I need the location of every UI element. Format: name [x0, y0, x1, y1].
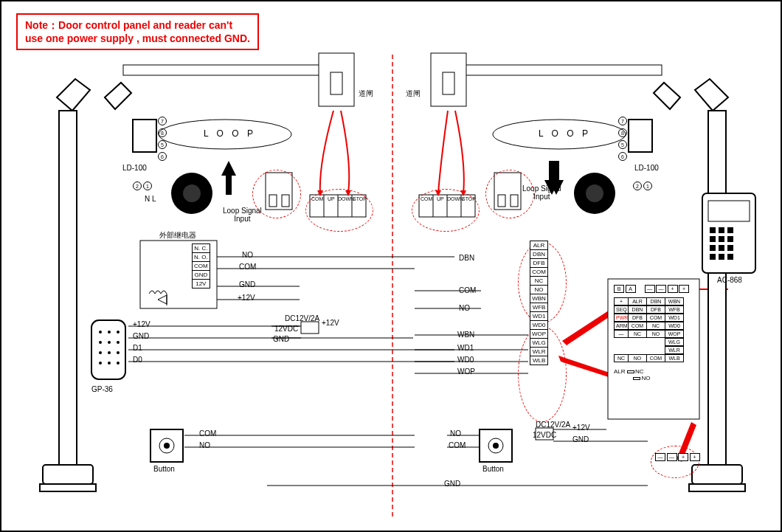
p2b2: DFB — [646, 305, 665, 314]
svg-rect-46 — [91, 320, 125, 379]
psu-gnd-r: GND — [572, 435, 589, 443]
svg-point-47 — [99, 331, 102, 334]
svg-point-57 — [108, 362, 111, 365]
svg-rect-41 — [708, 111, 726, 465]
svg-rect-6 — [443, 72, 454, 94]
svg-point-48 — [108, 331, 111, 334]
gtl-stop: STOP — [353, 196, 367, 201]
svg-rect-75 — [710, 236, 716, 242]
gp36-w2: D1 — [133, 344, 142, 352]
svg-point-68 — [488, 438, 503, 453]
p2a0: + — [614, 297, 629, 305]
gp36-w0: +12V — [133, 320, 150, 328]
p2a2: DBN — [646, 297, 665, 305]
wb-wop: WOP — [457, 367, 475, 376]
svg-rect-40 — [40, 484, 96, 491]
svg-marker-60 — [158, 295, 167, 304]
wb-dbn: DBN — [459, 254, 474, 262]
ps3: + — [690, 453, 700, 461]
p1-2: — — [645, 285, 655, 293]
svg-rect-83 — [727, 254, 733, 260]
p2a1: ALR — [628, 297, 647, 305]
svg-point-56 — [99, 362, 102, 365]
button-label-r: Button — [482, 465, 504, 473]
p2b0: SEQ — [614, 305, 629, 314]
p2e1: NC — [628, 330, 647, 338]
svg-point-13 — [183, 184, 201, 202]
p1-0: B — [614, 285, 624, 293]
loop-label-right: L O O P — [539, 128, 591, 139]
p2f3: WLG — [665, 338, 684, 346]
wire-12v: +12V — [238, 294, 255, 302]
highlight-circle-icon — [651, 446, 699, 478]
pin-7r: 7 — [618, 117, 627, 125]
highlight-circle-icon — [252, 170, 301, 218]
p2e3: WOP — [665, 330, 684, 338]
wb-no: NO — [459, 304, 470, 312]
svg-rect-80 — [727, 245, 733, 251]
p2h1: NO — [628, 354, 647, 362]
p2d3: WD0 — [665, 322, 684, 330]
wire-com: COM — [239, 263, 256, 271]
p2c2: COM — [646, 314, 665, 322]
svg-rect-82 — [719, 254, 724, 260]
ps0: — — [655, 453, 665, 461]
psu-mid-r: 12VDC — [533, 431, 556, 439]
psu-12v-r: +12V — [572, 424, 590, 432]
svg-point-50 — [99, 341, 102, 344]
p2d1: COM — [628, 322, 647, 330]
p2h3: WLB — [665, 354, 684, 362]
psu-gnd-l: GND — [273, 335, 289, 343]
p1-5: + — [679, 285, 689, 293]
svg-point-15 — [586, 184, 603, 202]
svg-rect-78 — [710, 245, 716, 251]
gtr-down: DOWN — [447, 196, 463, 201]
gp36-w3: D0 — [133, 356, 142, 364]
wb-wd1: WD1 — [457, 344, 474, 352]
p2c3: WD1 — [665, 314, 684, 322]
highlight-circle-icon — [412, 189, 480, 232]
gp36-label: GP-36 — [91, 385, 113, 393]
svg-point-12 — [171, 173, 212, 214]
pin-8l: 8 — [158, 128, 167, 137]
pin-7l: 7 — [158, 117, 167, 125]
button-label-l: Button — [153, 465, 175, 473]
svg-rect-74 — [727, 227, 733, 233]
pin-1r: 1 — [643, 182, 652, 190]
svg-rect-39 — [43, 465, 93, 484]
svg-rect-42 — [692, 465, 742, 484]
control-panel-grid: B A — — + + +ALRDBNWBN SEQDBNDFBWFB PWRD… — [614, 285, 695, 381]
loop-label-left: L O O P — [204, 128, 256, 139]
ps2: + — [678, 453, 688, 461]
p2a3: WBN — [665, 297, 684, 305]
psu-top-r: DC12V/2A — [536, 421, 570, 429]
wb-com: COM — [459, 286, 476, 294]
gate-label-left: 道闸 — [359, 89, 373, 99]
relay-title: 外部继电器 — [159, 230, 196, 241]
p2c1: DFB — [628, 314, 647, 322]
p2c0: PWR — [614, 314, 629, 322]
ps1: — — [667, 453, 677, 461]
nl-left: N L — [145, 195, 156, 203]
svg-point-52 — [117, 341, 120, 344]
alr-no: NO — [641, 375, 650, 381]
svg-rect-4 — [331, 72, 342, 94]
svg-rect-5 — [431, 53, 466, 106]
svg-rect-1 — [123, 65, 345, 75]
bottom-gnd: GND — [444, 480, 460, 488]
p1-1: A — [626, 285, 636, 293]
ta-13: WLB — [530, 356, 548, 365]
svg-rect-62 — [301, 322, 319, 334]
svg-rect-79 — [719, 245, 724, 251]
pin-5r: 5 — [618, 140, 627, 149]
svg-point-54 — [108, 351, 111, 354]
svg-rect-38 — [59, 111, 77, 465]
ld100-right: LD-100 — [634, 164, 659, 172]
svg-point-58 — [117, 362, 120, 365]
alr-label: ALR — [614, 368, 626, 375]
gtr-up: UP — [437, 196, 444, 201]
svg-point-53 — [99, 351, 102, 354]
svg-rect-2 — [440, 65, 662, 75]
btn-com-l: COM — [199, 429, 216, 438]
ac868-label: AC-868 — [717, 276, 742, 284]
